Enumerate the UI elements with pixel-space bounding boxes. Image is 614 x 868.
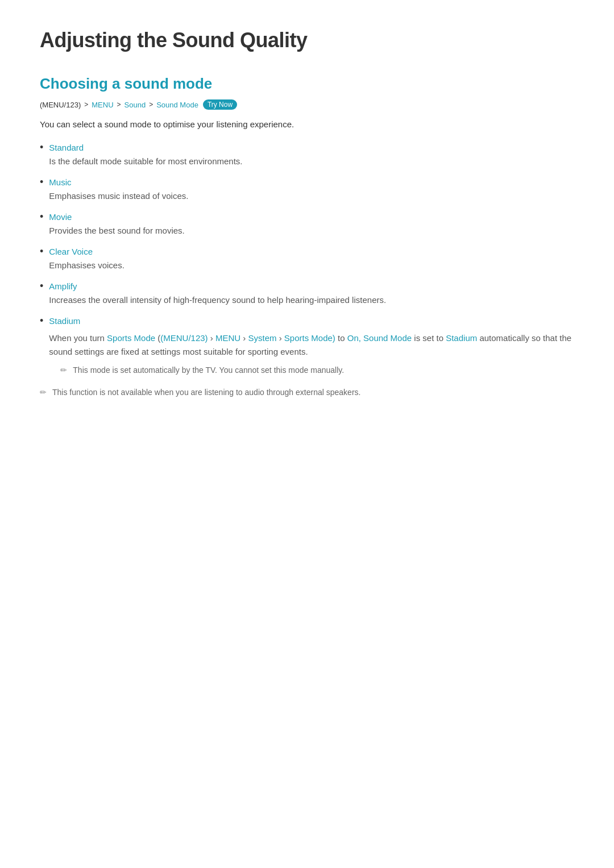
- bullet-icon: •: [40, 176, 43, 188]
- bullet-icon: •: [40, 211, 43, 223]
- outer-note-text: This function is not available when you …: [52, 387, 360, 398]
- breadcrumb-arrow1: >: [84, 101, 88, 109]
- arrow-icon: ›: [279, 333, 282, 343]
- sound-modes-list: • Standard Is the default mode suitable …: [40, 143, 574, 376]
- arrow-icon: ›: [210, 333, 213, 343]
- mode-desc-amplify: Increases the overall intensity of high-…: [49, 293, 386, 307]
- outer-note-pencil-icon: ✏: [40, 388, 47, 397]
- breadcrumb-sound: Sound: [125, 101, 146, 109]
- mode-term-stadium: Stadium: [49, 316, 574, 326]
- page-title: Adjusting the Sound Quality: [40, 28, 574, 52]
- stadium-link-stadium: Stadium: [446, 333, 477, 343]
- outer-note-block: ✏ This function is not available when yo…: [40, 387, 574, 398]
- bullet-icon: •: [40, 280, 43, 292]
- breadcrumb-menu: MENU: [92, 101, 113, 109]
- list-item: • Stadium When you turn Sports Mode ((ME…: [40, 316, 574, 376]
- list-item: • Amplify Increases the overall intensit…: [40, 281, 574, 307]
- try-now-badge[interactable]: Try Now: [203, 99, 237, 110]
- inner-note-block: ✏ This mode is set automatically by the …: [60, 364, 574, 376]
- mode-term-amplify: Amplify: [49, 281, 386, 291]
- breadcrumb-arrow3: >: [149, 101, 153, 109]
- mode-term-standard: Standard: [49, 143, 242, 152]
- breadcrumb-part1: (MENU/123): [40, 101, 81, 109]
- arrow-icon: ›: [243, 333, 246, 343]
- stadium-link-menu123: (MENU/123): [160, 333, 208, 343]
- section-title: Choosing a sound mode: [40, 75, 574, 93]
- mode-term-music: Music: [49, 177, 188, 187]
- mode-desc-music: Emphasises music instead of voices.: [49, 189, 188, 203]
- note-pencil-icon: ✏: [60, 366, 67, 375]
- mode-desc-movie: Provides the best sound for movies.: [49, 224, 184, 238]
- breadcrumb-arrow2: >: [117, 101, 121, 109]
- inner-note-text: This mode is set automatically by the TV…: [73, 364, 344, 376]
- list-item: • Standard Is the default mode suitable …: [40, 143, 574, 168]
- stadium-link-menu: MENU: [215, 333, 240, 343]
- bullet-icon: •: [40, 246, 43, 258]
- stadium-link-system: System: [248, 333, 276, 343]
- stadium-link-sports-mode: Sports Mode: [107, 333, 155, 343]
- mode-desc-stadium: When you turn Sports Mode ((MENU/123) › …: [49, 331, 574, 359]
- breadcrumb-sound-mode: Sound Mode: [156, 101, 198, 109]
- intro-text: You can select a sound mode to optimise …: [40, 118, 574, 131]
- list-item: • Clear Voice Emphasises voices.: [40, 247, 574, 272]
- bullet-icon: •: [40, 142, 43, 153]
- mode-desc-standard: Is the default mode suitable for most en…: [49, 155, 242, 168]
- breadcrumb: (MENU/123) > MENU > Sound > Sound Mode T…: [40, 99, 574, 110]
- mode-term-clear-voice: Clear Voice: [49, 247, 125, 256]
- mode-term-movie: Movie: [49, 212, 184, 222]
- bullet-icon: •: [40, 315, 43, 327]
- list-item: • Music Emphasises music instead of voic…: [40, 177, 574, 203]
- mode-desc-clear-voice: Emphasises voices.: [49, 259, 125, 272]
- list-item: • Movie Provides the best sound for movi…: [40, 212, 574, 238]
- stadium-link-sportsmode: Sports Mode): [284, 333, 335, 343]
- stadium-link-on-sound-mode: On, Sound Mode: [347, 333, 412, 343]
